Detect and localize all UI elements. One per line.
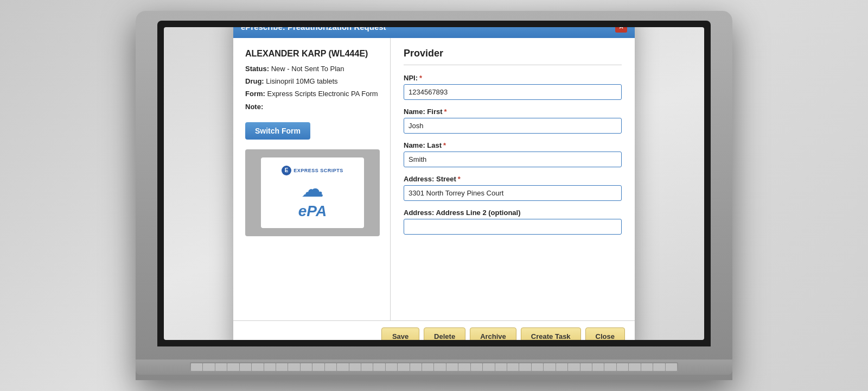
status-value: New - Not Sent To Plan [271,65,344,73]
es-icon: E [282,166,291,175]
npi-input[interactable] [404,84,622,100]
key [301,363,312,371]
last-name-required-star: * [443,141,446,149]
key [629,363,640,371]
left-panel: ALEXANDER KARP (WL444E) Status: New - No… [233,38,391,320]
key [519,363,531,371]
key [215,363,227,371]
first-name-field-group: Name: First * [404,108,622,134]
laptop-screen: ePrescribe: Preauthorization Request × A… [164,27,704,340]
form-row: Form: Express Scripts Electronic PA Form [245,89,378,99]
key [458,363,470,371]
key [532,363,543,371]
laptop-outer: ePrescribe: Preauthorization Request × A… [136,11,732,380]
dialog-titlebar: ePrescribe: Preauthorization Request × [233,27,635,38]
key [349,363,361,371]
key [483,363,494,371]
laptop-base [136,360,732,375]
last-name-input[interactable] [404,152,622,167]
address2-field-group: Address: Address Line 2 (optional) [404,209,622,235]
patient-name: ALEXANDER KARP (WL444E) [245,49,378,59]
street-required-star: * [458,175,461,183]
key [386,363,397,371]
key [617,363,628,371]
key [544,363,555,371]
key [604,363,616,371]
key [507,363,519,371]
key [471,363,482,371]
address2-label: Address: Address Line 2 (optional) [404,209,622,217]
close-button[interactable]: Close [585,327,625,340]
key [264,363,276,371]
street-input[interactable] [404,185,622,201]
dialog-footer: Save Delete Archive Create Task Close [233,320,635,340]
address2-input[interactable] [404,219,622,235]
key [398,363,409,371]
key [252,363,263,371]
key [240,363,251,371]
key [337,363,348,371]
note-label: Note: [245,103,263,111]
npi-label: NPI: * [404,74,622,82]
note-row: Note: [245,102,378,112]
key [422,363,433,371]
switch-form-button[interactable]: Switch Form [245,122,310,140]
first-name-label: Name: First * [404,108,622,116]
first-name-required-star: * [444,108,447,116]
epa-text: ePA [298,203,327,220]
keyboard-area [190,362,678,372]
key [641,363,653,371]
create-task-button[interactable]: Create Task [521,327,581,340]
key [666,363,677,371]
key [653,363,665,371]
status-row: Status: New - Not Sent To Plan [245,64,378,74]
section-title: Provider [404,48,622,59]
key [568,363,579,371]
epa-image: E EXPRESS SCRIPTS ☁ ePA [245,149,380,236]
save-button[interactable]: Save [381,327,419,340]
cloud-icon: ☁ [301,178,324,200]
dialog: ePrescribe: Preauthorization Request × A… [233,27,635,340]
right-panel: Provider NPI: * [391,38,635,320]
key [592,363,604,371]
section-divider [404,65,622,65]
archive-button[interactable]: Archive [470,327,516,340]
key [495,363,507,371]
key [276,363,288,371]
dialog-body: ALEXANDER KARP (WL444E) Status: New - No… [233,38,635,320]
first-name-input[interactable] [404,118,622,134]
last-name-field-group: Name: Last * [404,141,622,167]
express-scripts-logo: E EXPRESS SCRIPTS [282,166,343,175]
npi-required-star: * [419,74,422,82]
form-value: Express Scripts Electronic PA Form [267,90,378,98]
drug-label: Drug: [245,77,264,85]
last-name-label: Name: Last * [404,141,622,149]
key [410,363,422,371]
street-label: Address: Street * [404,175,622,183]
drug-row: Drug: Lisinopril 10MG tablets [245,77,378,86]
npi-field-group: NPI: * [404,74,622,100]
key [580,363,592,371]
key [361,363,373,371]
status-label: Status: [245,65,269,73]
key [325,363,336,371]
laptop-screen-bezel: ePrescribe: Preauthorization Request × A… [157,21,711,346]
key [556,363,567,371]
dialog-title: ePrescribe: Preauthorization Request [241,27,386,31]
street-field-group: Address: Street * [404,175,622,201]
key [373,363,385,371]
epa-inner: E EXPRESS SCRIPTS ☁ ePA [261,157,364,228]
key [203,363,214,371]
form-label: Form: [245,90,265,98]
drug-value: Lisinopril 10MG tablets [266,77,337,85]
key [446,363,458,371]
express-scripts-text: EXPRESS SCRIPTS [293,168,343,173]
delete-button[interactable]: Delete [424,327,465,340]
key [312,363,324,371]
dialog-close-button[interactable]: × [615,27,627,33]
key [191,363,202,371]
key [288,363,299,371]
key [434,363,445,371]
key [227,363,239,371]
